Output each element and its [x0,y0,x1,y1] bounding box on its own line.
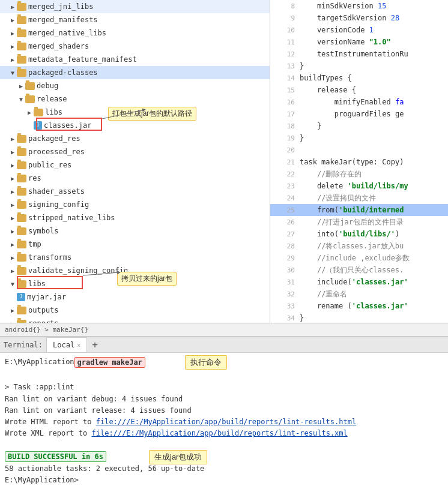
tree-label: merged_manifests [28,16,98,24]
code-line-13: 13 } [270,60,448,72]
terminal-task-line: > Task :app:lint [5,382,443,393]
tree-item-libs-under-release[interactable]: ▶ libs [0,106,270,119]
tree-item-reports[interactable]: ▶ reports [0,317,270,323]
terminal-tab-local[interactable]: Local × [46,337,87,352]
terminal-prompt: E:\MyApplication [5,356,74,368]
line-content: rename ('classes.jar' [300,302,448,310]
tree-label: packaged_res [28,134,80,143]
line-num: 15 [279,86,300,94]
tree-item-myjar-jar[interactable]: J myjar.jar [0,290,270,304]
code-line-23: 23 delete 'build/libs/my [270,180,448,192]
terminal-blank-2 [5,439,443,451]
code-line-28: 28 //将classes.jar放入bu [270,240,448,252]
tree-item-tmp1[interactable]: ▶ tmp [0,238,270,251]
folder-icon [25,95,35,103]
line-content: release { [300,86,448,94]
line-content: //重命名 [300,289,448,299]
line-num: 20 [279,146,300,154]
line-num: 23 [279,182,300,190]
tree-item-validate-signing-config[interactable]: ▶ validate_signing_config [0,264,270,277]
tree-item-libs2[interactable]: ▼ libs [0,277,270,290]
line-num: 33 [279,302,300,310]
tree-label: outputs [28,306,59,314]
line-content: //（我们只关心classes. [300,265,448,275]
tree-item-merged-shaders[interactable]: ▶ merged_shaders [0,40,270,53]
code-line-17: 17 proguardFiles ge [270,108,448,120]
line-num: 28 [279,242,300,250]
folder-icon [17,280,26,288]
line-content: proguardFiles ge [300,110,448,118]
code-line-24: 24 //设置拷贝的文件 [270,192,448,204]
line-num: 18 [279,122,300,130]
tree-arrow: ▶ [8,43,17,50]
line-num: 19 [279,134,300,142]
line-num: 27 [279,230,300,238]
tree-item-processed-res[interactable]: ▶ processed_res [0,145,270,158]
line-num: 14 [279,74,300,82]
tree-label: public_res [28,161,71,169]
code-line-14: 14 buildTypes { [270,72,448,84]
command-line: E:\MyApplicationgradlew makeJar 执行命令 [5,356,443,368]
folder-icon [17,267,26,275]
line-num: 24 [279,194,300,202]
terminal-add-tab[interactable]: + [87,340,103,350]
tree-label: packaged-classes [28,68,98,77]
folder-icon [17,227,26,235]
code-line-25: 25 from('build/intermed [270,204,448,216]
annotation-build-success: 生成jar包成功 [149,450,207,464]
line-content: targetSdkVersion 28 [300,14,448,22]
tree-item-metadata[interactable]: ▶ metadata_feature_manifest [0,53,270,66]
line-num: 8 [279,2,300,10]
xml-report-link[interactable]: file:///E:/MyApplication/app/build/repor… [92,429,348,437]
folder-icon [17,307,26,314]
tree-item-outputs[interactable]: ▶ outputs [0,304,270,317]
tree-item-merged-native-libs[interactable]: ▶ merged_native_libs [0,26,270,40]
tree-item-shader-assets[interactable]: ▶ shader_assets [0,185,270,198]
html-report-link[interactable]: file:///E:/MyApplication/app/build/repor… [96,418,356,426]
jar-icon: J [34,121,42,130]
terminal-xml-report: Wrote XML report to file:///E:/MyApplica… [5,428,443,439]
tree-item-release[interactable]: ▼ release [0,92,270,106]
tree-item-merged-jni-libs[interactable]: ▶ merged_jni_libs [0,0,270,13]
tree-item-public-res[interactable]: ▶ public_res [0,158,270,172]
code-line-31: 31 include('classes.jar' [270,276,448,288]
folder-icon [17,188,26,196]
tree-item-packaged-res[interactable]: ▶ packaged_res [0,132,270,145]
terminal-lint-release: Ran lint on variant release: 4 issues fo… [5,405,443,416]
folder-icon [17,3,26,11]
build-success-badge: BUILD SUCCESSFUL in 6s [5,451,106,462]
folder-icon [17,241,26,248]
code-line-11: 11 versionName "1.0" [270,36,448,48]
tree-arrow: ▶ [8,162,17,169]
tree-arrow: ▶ [8,136,17,142]
tree-item-transforms[interactable]: ▶ transforms [0,251,270,264]
line-num: 30 [279,266,300,274]
tree-label: classes.jar [44,121,91,130]
terminal-content: E:\MyApplicationgradlew makeJar 执行命令 > T… [0,353,448,489]
tree-arrow: ▼ [8,70,17,76]
tree-item-packaged-classes[interactable]: ▼ packaged-classes [0,66,270,79]
tree-arrow: ▶ [8,215,17,221]
code-line-26: 26 //打进jar包后的文件目录 [270,216,448,228]
tree-item-classes-jar[interactable]: J classes.jar [0,119,270,132]
folder-icon [34,109,43,116]
tree-label: validate_signing_config [28,266,128,275]
tree-arrow: ▶ [8,17,17,23]
folder-icon [17,320,26,323]
code-line-16: 16 minifyEnabled fa [270,96,448,108]
tree-item-merged-manifests[interactable]: ▶ merged_manifests [0,13,270,26]
code-line-21: 21 task makeJar(type: Copy) [270,156,448,168]
line-num: 12 [279,50,300,58]
line-content: delete 'build/libs/my [300,182,448,190]
tree-item-symbols[interactable]: ▶ symbols [0,224,270,238]
tree-item-res[interactable]: ▶ res [0,172,270,185]
terminal-final-prompt: E:\MyApplication> [5,475,443,486]
terminal-tab-close[interactable]: × [77,342,80,349]
line-content: } [300,122,448,130]
tree-item-stripped-native-libs[interactable]: ▶ stripped_native_libs [0,211,270,224]
code-line-19: 19 } [270,132,448,144]
tree-label: libs [45,108,62,116]
tree-item-debug[interactable]: ▶ debug [0,79,270,92]
tree-item-signing-config[interactable]: ▶ signing_config [0,198,270,211]
tree-label: metadata_feature_manifest [28,55,137,64]
